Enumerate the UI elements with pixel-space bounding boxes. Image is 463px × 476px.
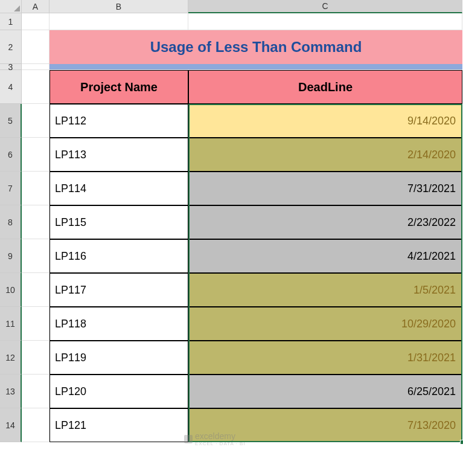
deadline-cell[interactable]: 1/5/2021 bbox=[188, 273, 462, 307]
row-header-11[interactable]: 11 bbox=[0, 307, 22, 341]
deadline-cell[interactable]: 10/29/2020 bbox=[188, 307, 462, 341]
empty-cell[interactable] bbox=[22, 13, 49, 30]
row-header-4[interactable]: 4 bbox=[0, 70, 22, 104]
watermark-subtext: EXCEL · DATA · BI bbox=[195, 441, 246, 446]
watermark-text: exceldemy bbox=[195, 431, 235, 441]
row-header-8[interactable]: 8 bbox=[0, 205, 22, 239]
header-deadline[interactable]: DeadLine bbox=[188, 70, 462, 104]
project-name-cell[interactable]: LP116 bbox=[49, 239, 188, 273]
row-header-2[interactable]: 2 bbox=[0, 30, 22, 64]
row-header-1[interactable]: 1 bbox=[0, 13, 22, 30]
project-name-cell[interactable]: LP113 bbox=[49, 138, 188, 172]
watermark-logo-icon bbox=[184, 435, 193, 443]
project-name-cell[interactable]: LP115 bbox=[49, 205, 188, 239]
spreadsheet-grid[interactable]: A B C 12Usage of Less Than Command34Proj… bbox=[0, 0, 463, 442]
row-header-7[interactable]: 7 bbox=[0, 172, 22, 205]
column-header-B[interactable]: B bbox=[49, 0, 188, 13]
project-name-cell[interactable]: LP120 bbox=[49, 375, 188, 408]
empty-cell[interactable] bbox=[22, 205, 49, 239]
deadline-cell[interactable]: 6/25/2021 bbox=[188, 375, 462, 408]
row-header-14[interactable]: 14 bbox=[0, 408, 22, 442]
deadline-cell[interactable]: 2/23/2022 bbox=[188, 205, 462, 239]
empty-cell[interactable] bbox=[22, 70, 49, 104]
row-header-5[interactable]: 5 bbox=[0, 104, 22, 138]
column-header-C[interactable]: C bbox=[188, 0, 462, 13]
row-header-10[interactable]: 10 bbox=[0, 273, 22, 307]
deadline-cell[interactable]: 2/14/2020 bbox=[188, 138, 462, 172]
empty-cell[interactable] bbox=[22, 341, 49, 375]
project-name-cell[interactable]: LP121 bbox=[49, 408, 188, 442]
empty-cell[interactable] bbox=[49, 13, 188, 30]
empty-cell[interactable] bbox=[22, 375, 49, 408]
select-all-corner[interactable] bbox=[0, 0, 22, 13]
empty-cell[interactable] bbox=[22, 138, 49, 172]
project-name-cell[interactable]: LP112 bbox=[49, 104, 188, 138]
empty-cell[interactable] bbox=[22, 104, 49, 138]
project-name-cell[interactable]: LP117 bbox=[49, 273, 188, 307]
deadline-cell[interactable]: 7/31/2021 bbox=[188, 172, 462, 205]
deadline-cell[interactable]: 1/31/2021 bbox=[188, 341, 462, 375]
fill-handle[interactable] bbox=[460, 440, 463, 445]
empty-cell[interactable] bbox=[22, 307, 49, 341]
row-header-12[interactable]: 12 bbox=[0, 341, 22, 375]
empty-cell[interactable] bbox=[188, 13, 462, 30]
empty-cell[interactable] bbox=[22, 30, 49, 64]
watermark: exceldemy EXCEL · DATA · BI bbox=[184, 431, 246, 446]
project-name-cell[interactable]: LP114 bbox=[49, 172, 188, 205]
empty-cell[interactable] bbox=[22, 408, 49, 442]
column-header-A[interactable]: A bbox=[22, 0, 49, 13]
row-header-3[interactable]: 3 bbox=[0, 64, 22, 70]
empty-cell[interactable] bbox=[22, 172, 49, 205]
row-header-13[interactable]: 13 bbox=[0, 375, 22, 408]
empty-cell[interactable] bbox=[22, 239, 49, 273]
title-cell[interactable]: Usage of Less Than Command bbox=[49, 30, 462, 64]
project-name-cell[interactable]: LP118 bbox=[49, 307, 188, 341]
deadline-cell[interactable]: 4/21/2021 bbox=[188, 239, 462, 273]
empty-cell[interactable] bbox=[22, 273, 49, 307]
title-underline bbox=[49, 64, 462, 70]
header-project-name[interactable]: Project Name bbox=[49, 70, 188, 104]
row-header-6[interactable]: 6 bbox=[0, 138, 22, 172]
row-header-9[interactable]: 9 bbox=[0, 239, 22, 273]
project-name-cell[interactable]: LP119 bbox=[49, 341, 188, 375]
deadline-cell[interactable]: 9/14/2020 bbox=[188, 104, 462, 138]
empty-cell[interactable] bbox=[22, 64, 49, 70]
